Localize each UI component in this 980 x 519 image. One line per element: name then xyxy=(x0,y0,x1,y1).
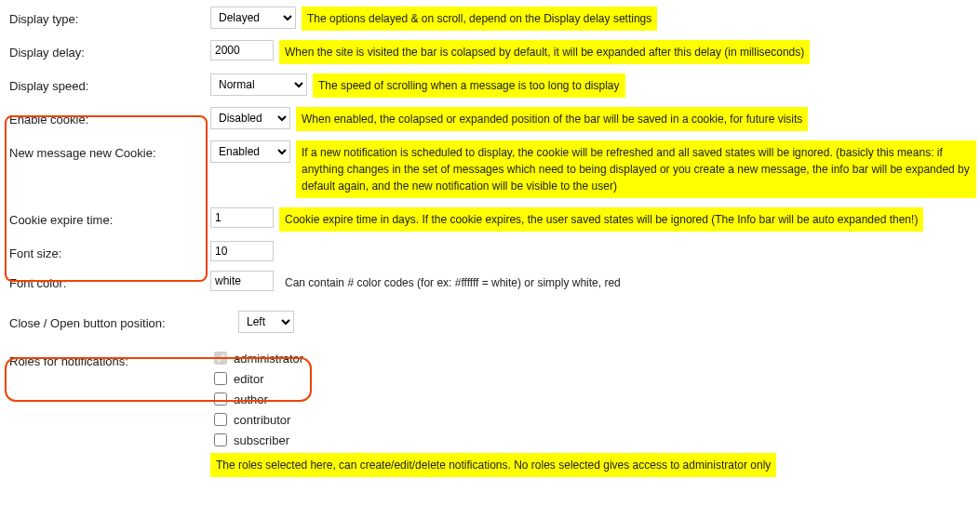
new-msg-cookie-label: New message new Cookie: xyxy=(4,140,210,160)
close-open-pos-select[interactable]: Left xyxy=(238,311,294,333)
enable-cookie-select[interactable]: Disabled xyxy=(210,107,290,129)
role-label: author xyxy=(234,393,268,406)
cookie-expire-input[interactable] xyxy=(210,207,274,228)
role-label: administrator xyxy=(234,352,303,366)
font-color-input[interactable] xyxy=(210,271,274,291)
display-delay-label: Display delay: xyxy=(4,40,210,60)
role-item-contributor[interactable]: contributor xyxy=(210,410,303,429)
display-delay-input[interactable] xyxy=(210,40,274,60)
font-color-hint: Can contain # color codes (for ex: #ffff… xyxy=(279,271,626,295)
display-speed-label: Display speed: xyxy=(4,73,210,93)
close-open-pos-label: Close / Open button position: xyxy=(4,311,238,330)
font-size-input[interactable] xyxy=(210,241,274,261)
enable-cookie-label: Enable cookie: xyxy=(4,107,210,126)
role-checkbox-contributor[interactable] xyxy=(214,413,227,426)
font-size-label: Font size: xyxy=(4,241,210,260)
cookie-expire-label: Cookie expire time: xyxy=(4,207,210,227)
roles-hint: The roles selected here, can create/edit… xyxy=(210,453,776,477)
display-delay-hint: When the site is visited the bar is cola… xyxy=(279,40,810,64)
display-type-hint: The options delayed & on scroll, depend … xyxy=(302,7,657,31)
role-checkbox-subscriber[interactable] xyxy=(214,433,227,446)
cookie-expire-hint: Cookie expire time in days. If the cooki… xyxy=(279,207,923,232)
new-msg-cookie-hint: If a new notification is scheduled to di… xyxy=(296,140,976,198)
roles-label: Roles for notifications: xyxy=(4,349,210,368)
role-checkbox-administrator[interactable] xyxy=(214,352,227,365)
role-label: editor xyxy=(234,372,264,386)
new-msg-cookie-select[interactable]: Enabled xyxy=(210,140,290,163)
display-type-select[interactable]: Delayed xyxy=(210,7,296,29)
role-label: contributor xyxy=(234,413,290,427)
role-item-editor[interactable]: editor xyxy=(210,369,303,388)
role-item-administrator[interactable]: administrator xyxy=(210,349,303,367)
enable-cookie-hint: When enabled, the colapsed or expanded p… xyxy=(296,107,808,131)
display-speed-hint: The speed of scrolling when a message is… xyxy=(313,73,625,98)
font-color-label: Font color: xyxy=(4,271,210,290)
role-label: subscriber xyxy=(234,433,289,447)
display-speed-select[interactable]: Normal xyxy=(210,73,307,96)
role-checkbox-editor[interactable] xyxy=(214,372,227,385)
role-checkbox-author[interactable] xyxy=(214,393,227,406)
roles-list: administrator editor author contributor … xyxy=(210,349,303,449)
display-type-label: Display type: xyxy=(4,7,210,26)
role-item-subscriber[interactable]: subscriber xyxy=(210,431,303,449)
role-item-author[interactable]: author xyxy=(210,390,303,408)
